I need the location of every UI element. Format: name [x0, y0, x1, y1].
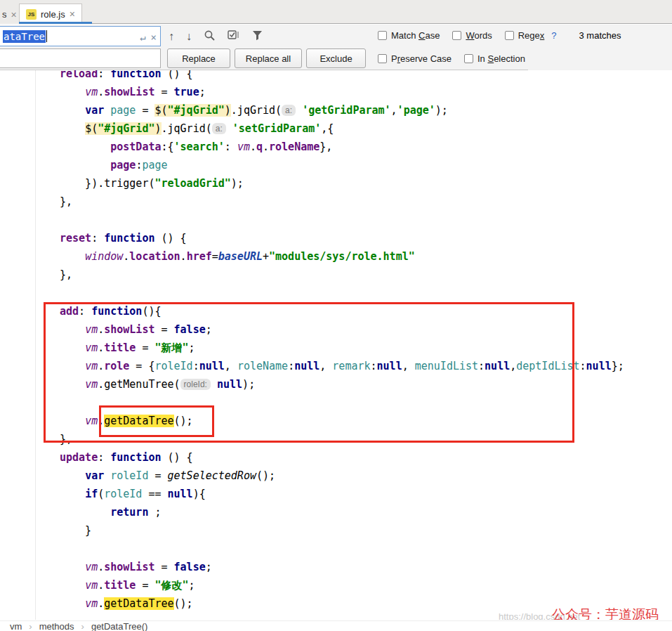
active-tab-underline — [19, 22, 92, 24]
checkbox-box — [378, 31, 387, 40]
search-input[interactable]: ataTree ↵ × — [0, 26, 161, 46]
watermark-wechat: 公众号：芋道源码 — [552, 606, 659, 620]
regex-checkbox[interactable]: Regex — [505, 30, 545, 41]
code-line: }).trigger("reloadGrid"); — [60, 174, 672, 193]
replace-options-row: Preserve Case In Selection — [378, 53, 525, 64]
code-line: }, — [60, 266, 672, 284]
newline-icon[interactable]: ↵ — [140, 32, 145, 43]
code-line: var page = $("#jqGrid").jqGrid(a: 'getGr… — [60, 101, 672, 119]
next-occurrence-button[interactable]: ↓ — [186, 30, 192, 43]
replace-all-button[interactable]: Replace all — [235, 48, 302, 68]
ide-window: s × JS role.js × ataTree ↵ × ↑ ↓ — [0, 0, 672, 631]
code-line: return ; — [60, 503, 672, 521]
close-icon[interactable]: × — [11, 10, 17, 20]
checkbox-box — [378, 54, 387, 63]
breadcrumb-separator: › — [81, 621, 84, 631]
preserve-case-checkbox[interactable]: Preserve Case — [378, 53, 452, 64]
code-line — [60, 284, 672, 302]
select-occurrences-icon[interactable] — [228, 30, 240, 44]
code-line: vm.getMenuTree(roleId: null); — [60, 375, 672, 393]
code-line: if(roleId == null){ — [60, 485, 672, 503]
search-nav-icons: ↑ ↓ — [169, 26, 263, 47]
code-line: var roleId = getSelectedRow(); — [60, 467, 672, 485]
checkbox-box — [505, 31, 514, 40]
in-selection-checkbox[interactable]: In Selection — [464, 53, 525, 64]
match-case-checkbox[interactable]: Match Case — [378, 30, 440, 41]
search-selected-text: ataTree — [3, 30, 46, 43]
close-icon[interactable]: × — [70, 9, 75, 19]
code-line: page:page — [60, 156, 672, 174]
previous-occurrence-button[interactable]: ↑ — [169, 30, 174, 43]
tab-role-js[interactable]: JS role.js × — [19, 4, 82, 24]
code-line: reload: function () { — [60, 70, 672, 83]
tab-partial-label: s — [2, 9, 7, 20]
checkbox-box — [452, 31, 461, 40]
find-all-icon[interactable] — [204, 30, 216, 44]
code-line: reset: function () { — [60, 229, 672, 247]
search-options-row: Match Case Words Regex ? 3 matches — [378, 30, 621, 41]
code-line: update: function () { — [60, 448, 672, 467]
code-line: add: function(){ — [60, 302, 672, 320]
gutter-divider — [35, 70, 36, 620]
js-file-icon: JS — [26, 9, 37, 20]
code-line: vm.showList = false; — [60, 558, 672, 576]
breadcrumb-item-getdatatree[interactable]: getDataTree() — [91, 621, 147, 631]
code-line: vm.title = "新增"; — [60, 339, 672, 357]
code-line: postData:{'search': vm.q.roleName}, — [60, 138, 672, 156]
code-line — [60, 540, 672, 558]
code-line: vm.getDataTree(); — [60, 412, 672, 430]
regex-help-link[interactable]: ? — [551, 30, 556, 41]
code-line: }, — [60, 193, 672, 211]
breadcrumb-item-vm[interactable]: vm — [10, 621, 22, 631]
breadcrumb-item-methods[interactable]: methods — [39, 621, 74, 631]
replace-input[interactable] — [0, 48, 161, 68]
text-caret — [46, 30, 47, 42]
code-line: }, — [60, 430, 672, 448]
words-checkbox[interactable]: Words — [452, 30, 492, 41]
tab-label: role.js — [41, 9, 65, 20]
code-line — [60, 393, 672, 412]
clear-icon[interactable]: × — [151, 32, 157, 43]
checkbox-box — [464, 54, 473, 63]
code-line: } — [60, 521, 672, 540]
code-editor[interactable]: reload: function () { vm.showList = true… — [0, 70, 672, 620]
code-line — [60, 211, 672, 229]
code-lines: reload: function () { vm.showList = true… — [60, 70, 672, 613]
code-line: vm.showList = true; — [60, 83, 672, 101]
code-line: $("#jqGrid").jqGrid(a: 'setGridParam',{ — [60, 119, 672, 138]
code-line: vm.role = {roleId:null, roleName:null, r… — [60, 357, 672, 375]
match-count: 3 matches — [579, 30, 621, 41]
find-replace-toolbar: ataTree ↵ × ↑ ↓ Replace Replace all Excl… — [0, 25, 672, 70]
breadcrumb: vm › methods › getDataTree() — [0, 620, 672, 631]
filter-icon[interactable] — [252, 30, 263, 44]
replace-button[interactable]: Replace — [167, 48, 230, 68]
editor-tab-bar: s × JS role.js × — [0, 0, 672, 24]
code-line: window.location.href=baseURL+"modules/sy… — [60, 247, 672, 266]
code-line: vm.showList = false; — [60, 320, 672, 339]
breadcrumb-separator: › — [29, 621, 32, 631]
code-line: vm.title = "修改"; — [60, 576, 672, 594]
exclude-button[interactable]: Exclude — [306, 48, 366, 68]
